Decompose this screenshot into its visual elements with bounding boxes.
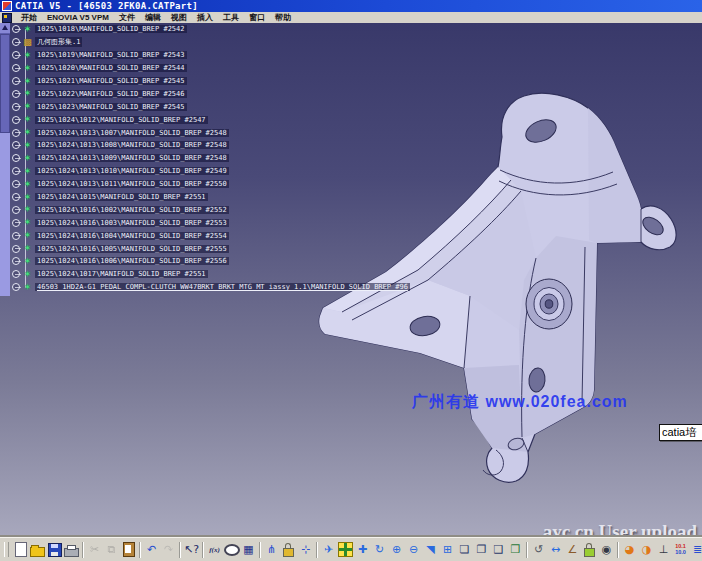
cut-icon[interactable]: ✂ [86,541,103,558]
tree-item[interactable]: ✶ 46503 1HD2A-G1 PEDAL COMPL-CLUTCH WW47… [10,281,430,294]
tree-node-icon: ✶ [22,205,33,214]
tree-item[interactable]: ✶ 1025\1024\1015\MANIFOLD_SOLID_BREP #25… [10,191,430,204]
fly-mode-icon[interactable]: ✈ [320,541,337,558]
tree-item-label: 1025\1024\1016\1005\MANIFOLD_SOLID_BREP … [35,245,229,253]
window-title: CATIA V5 - [46503 2FK0A.CATPart] [15,1,198,11]
tree-item[interactable]: ✶ 1025\1024\1013\1008\MANIFOLD_SOLID_BRE… [10,139,430,152]
tree-item[interactable]: ✶ 1025\1024\1016\1002\MANIFOLD_SOLID_BRE… [10,203,430,216]
tree-branch-stub [15,106,21,107]
tree-item[interactable]: ✶ 1025\1024\1012\MANIFOLD_SOLID_BREP #25… [10,113,430,126]
tree-item[interactable]: ✶ 1025\1024\1013\1010\MANIFOLD_SOLID_BRE… [10,165,430,178]
tree-item[interactable]: ✶ 1025\1024\1017\MANIFOLD_SOLID_BREP #25… [10,268,430,281]
tree-branch-stub [15,171,21,172]
tree-item[interactable]: ✶ 1025\1024\1016\1006\MANIFOLD_SOLID_BRE… [10,255,430,268]
tooltip-catia: catia培 [659,424,702,441]
up-arrow-icon [2,25,8,30]
undo-icon[interactable]: ↶ [143,541,160,558]
tree-item[interactable]: ✶ 1025\1024\1016\1003\MANIFOLD_SOLID_BRE… [10,216,430,229]
knowledge-advisor-icon[interactable]: ◑ [638,541,655,558]
render-style-icon[interactable]: ❑ [490,541,507,558]
paste-icon[interactable] [120,541,137,558]
tree-node-icon: ✶ [22,89,33,98]
tree-item[interactable]: ✶ 1025\1024\1013\1009\MANIFOLD_SOLID_BRE… [10,152,430,165]
product-tree-icon[interactable]: ⋔ [263,541,280,558]
menu-item[interactable]: 插入 [192,12,218,23]
scrollbar-up-button[interactable] [0,23,10,34]
measure-between-icon[interactable]: ↔ [547,541,564,558]
menu-item[interactable]: 工具 [218,12,244,23]
tree-branch-stub [15,209,21,210]
tree-branch-stub [15,197,21,198]
part-boss [526,279,572,329]
tree-item[interactable]: ✶ 1025\1023\MANIFOLD_SOLID_BREP #2545 [10,100,430,113]
print-icon[interactable] [63,541,80,558]
tree-item[interactable]: ✶ 1025\1024\1013\1007\MANIFOLD_SOLID_BRE… [10,126,430,139]
tree-item[interactable]: ✶ 1025\1018\MANIFOLD_SOLID_BREP #2542 [10,23,430,36]
fit-all-in-icon[interactable] [337,541,354,558]
axis-system-icon[interactable]: ⊹ [297,541,314,558]
lock-selection-icon[interactable] [581,541,598,558]
new-document-icon[interactable] [12,541,29,558]
tree-branch-stub [15,55,21,56]
menu-item[interactable]: 视图 [166,12,192,23]
rotate-icon[interactable]: ↻ [371,541,388,558]
redo-icon[interactable]: ↷ [160,541,177,558]
tree-item[interactable]: ✶ 1025\1022\MANIFOLD_SOLID_BREP #2546 [10,87,430,100]
measure-item-icon[interactable]: ∠ [564,541,581,558]
multi-view-icon[interactable]: ⊞ [439,541,456,558]
tree-item[interactable]: ✶ 1025\1019\MANIFOLD_SOLID_BREP #2543 [10,49,430,62]
iso-view-icon[interactable]: ❏ [456,541,473,558]
tree-branch-stub [15,248,21,249]
lock-icon[interactable] [280,541,297,558]
tree-item[interactable]: ✶ 1025\1021\MANIFOLD_SOLID_BREP #2545 [10,75,430,88]
zoom-out-icon[interactable]: ⊖ [405,541,422,558]
deviation-values-icon[interactable]: 10.110.0 [672,541,689,558]
copy-icon[interactable]: ⧉ [103,541,120,558]
menu-item[interactable]: 文件 [114,12,140,23]
toolbar-separator [526,542,528,558]
tree-item[interactable]: ✶ 1025\1024\1016\1004\MANIFOLD_SOLID_BRE… [10,229,430,242]
layer-filter-icon[interactable]: ≣ [689,541,702,558]
data-grid-icon[interactable]: ▦ [240,541,257,558]
knowledge-inspector-icon[interactable]: ◕ [621,541,638,558]
part-facet-lobe-right [588,108,641,243]
tree-scrollbar[interactable] [0,23,10,296]
zoom-in-icon[interactable]: ⊕ [388,541,405,558]
chat-bubble-icon[interactable] [223,541,240,558]
title-bar: CATIA V5 - [46503 2FK0A.CATPart] [0,0,702,12]
save-icon[interactable] [46,541,63,558]
normal-view-icon[interactable]: ◥ [422,541,439,558]
tree-item[interactable]: ✶ 1025\1020\MANIFOLD_SOLID_BREP #2544 [10,62,430,75]
menu-item[interactable]: 窗口 [244,12,270,23]
tree-item[interactable]: ✶ 1025\1024\1016\1005\MANIFOLD_SOLID_BRE… [10,242,430,255]
axes-triad-icon[interactable]: ⊥ [655,541,672,558]
capture-image-icon[interactable]: ◉ [598,541,615,558]
viewport-3d[interactable]: 广州有道 www.020fea.com ayc.cn User upload c… [0,23,702,537]
menu-item[interactable]: ENOVIA V5 VPM [42,12,114,23]
apply-material-icon[interactable]: ❒ [507,541,524,558]
menu-item[interactable]: 帮助 [270,12,296,23]
tree-node-icon: ✶ [22,77,33,86]
document-icon[interactable] [2,13,12,23]
menu-item[interactable]: 编辑 [140,12,166,23]
tree-node-icon: ✶ [22,193,33,202]
turntable-icon[interactable]: ↺ [530,541,547,558]
scrollbar-thumb[interactable] [0,34,10,133]
open-folder-icon[interactable] [29,541,46,558]
menu-item[interactable]: 开始 [16,12,42,23]
tree-branch-stub [15,184,21,185]
toolbar-drag-handle[interactable] [4,542,9,557]
tree-item[interactable]: ✶ 1025\1024\1013\1011\MANIFOLD_SOLID_BRE… [10,178,430,191]
tree-node-icon: ✶ [22,283,33,292]
tree-item[interactable]: ▩ 几何图形集.1 [10,36,430,49]
tree-branch-stub [15,42,21,43]
toolbar-separator [316,542,318,558]
tree-item-label: 1025\1024\1016\1002\MANIFOLD_SOLID_BREP … [35,206,229,214]
pan-icon[interactable]: ✚ [354,541,371,558]
whats-this-icon[interactable]: ↖? [183,541,200,558]
tree-branch-stub [15,222,21,223]
toolbar-separator [259,542,261,558]
knowledge-fx-icon[interactable]: f(x) [206,541,223,558]
shaded-view-icon[interactable]: ❐ [473,541,490,558]
tree-item-label: 46503 1HD2A-G1 PEDAL COMPL-CLUTCH WW47BR… [35,283,410,291]
